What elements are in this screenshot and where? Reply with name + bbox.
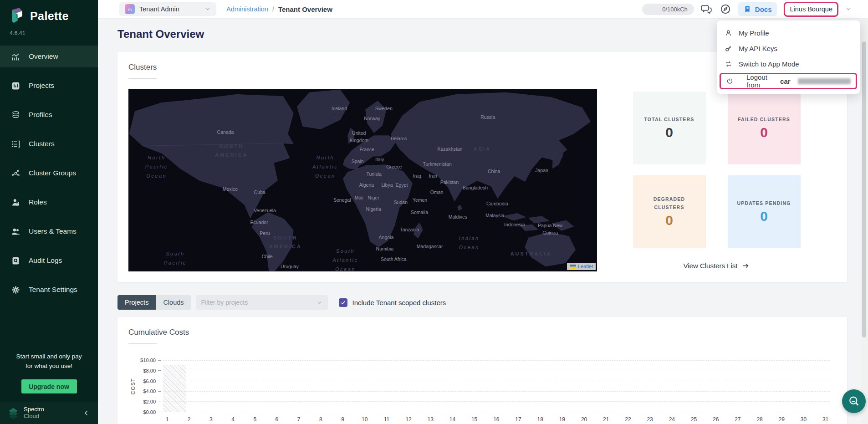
sidebar-item[interactable]: Overview	[0, 46, 98, 67]
compass-help-icon[interactable]	[720, 3, 731, 15]
book-icon	[744, 5, 751, 13]
scrollbar-track[interactable]	[861, 19, 868, 424]
user-menu-item[interactable]: Switch to App Mode	[717, 56, 860, 72]
user-menu-item[interactable]: My Profile	[717, 25, 860, 41]
docs-label: Docs	[755, 5, 772, 13]
leaflet-attribution[interactable]: Leaflet	[567, 263, 596, 270]
project-filter-select[interactable]: Filter by projects	[196, 295, 328, 310]
filter-row: Projects Clouds Filter by projects Inclu…	[117, 295, 847, 310]
gridline	[163, 360, 830, 361]
sidebar-item[interactable]: Users & Teams	[0, 220, 98, 242]
arrow-right-icon	[742, 262, 750, 270]
spectro-cloud-name: Spectro Cloud	[24, 406, 44, 420]
chat-icon[interactable]	[701, 3, 713, 15]
map-land-shapes	[128, 89, 597, 271]
world-map[interactable]: Iceland Sweden Norway Russia Canada Unit…	[128, 89, 597, 271]
tenant-scope-selector[interactable]: Tenant Admin	[119, 2, 216, 16]
sidebar-item[interactable]: Projects	[0, 75, 98, 97]
stat-card: DEGRADED CLUSTERS 0	[633, 175, 706, 248]
x-axis-tick: 15	[470, 416, 479, 423]
x-axis-tick: 26	[712, 416, 720, 423]
main-area: Tenant Admin Administration / Tenant Ove…	[98, 0, 868, 424]
spectro-cloud-logo	[7, 407, 19, 419]
leaflet-label: Leaflet	[578, 264, 593, 269]
sidebar-item[interactable]: Roles	[0, 191, 98, 213]
sidebar-nav: Overview Projects Profiles Clusters	[0, 46, 98, 301]
stat-label: UPDATES PENDING	[737, 199, 791, 208]
x-axis-tick: 1	[163, 416, 171, 423]
gridline	[163, 412, 830, 412]
chart-plot-area	[163, 360, 830, 412]
sidebar-item-label: Clusters	[29, 140, 55, 148]
sidebar-item-label: Projects	[29, 82, 54, 90]
x-axis-tick: 9	[339, 416, 347, 423]
sidebar-spacer	[0, 301, 98, 352]
gridline	[163, 371, 830, 371]
x-axis-tick: 8	[317, 416, 325, 423]
ukraine-flag-icon	[570, 265, 576, 269]
x-axis-tick: 22	[624, 416, 632, 423]
user-dropdown-menu: My Profile My API Keys Switch to App Mod…	[717, 20, 860, 94]
user-menu-button[interactable]: Linus Bourque	[784, 2, 838, 17]
sidebar-item[interactable]: Cluster Groups	[0, 162, 98, 184]
stat-card: UPDATES PENDING 0	[728, 175, 801, 248]
sidebar-collapse-icon[interactable]	[82, 409, 91, 417]
sidebar-item-label: Tenant Settings	[29, 286, 77, 294]
docs-button[interactable]: Docs	[738, 2, 777, 16]
upgrade-now-button[interactable]: Upgrade now	[21, 379, 77, 393]
breadcrumb-administration[interactable]: Administration	[226, 5, 268, 13]
menu-item-label: My API Keys	[739, 45, 777, 52]
costs-card-title: Cumulative Costs	[128, 328, 836, 337]
sidebar-item[interactable]: Clusters	[0, 133, 98, 155]
user-menu-item[interactable]: My API Keys	[717, 41, 860, 56]
sidebar-item-icon	[11, 52, 20, 61]
y-axis-tick-label: $6.00	[143, 378, 156, 384]
x-axis-tick: 21	[602, 416, 610, 423]
x-axis-tick: 17	[514, 416, 522, 423]
sidebar-item[interactable]: Tenant Settings	[0, 279, 98, 301]
stats-grid: TOTAL CLUSTERS 0 FAILED CLUSTERS 0	[633, 92, 801, 248]
select-chevron-down-icon	[317, 300, 322, 306]
tenant-scoped-checkbox[interactable]	[339, 298, 347, 307]
menu-item-prefix: Logout from	[746, 73, 774, 89]
x-axis-tick: 28	[756, 416, 764, 423]
sidebar-item[interactable]: Profiles	[0, 104, 98, 126]
x-axis-tick: 20	[580, 416, 588, 423]
sidebar-item-label: Overview	[29, 52, 58, 61]
view-clusters-list-label: View Clusters List	[684, 262, 738, 270]
scope-tab[interactable]: Projects	[117, 295, 156, 310]
y-axis-tick-label: $4.00	[143, 388, 156, 394]
user-chevron-down-icon[interactable]	[845, 6, 852, 12]
promo-line-1: Start small and only pay	[6, 352, 92, 362]
gridline	[163, 401, 830, 402]
sidebar: Palette 4.6.41 Overview Projects Profile…	[0, 0, 98, 424]
x-axis-tick: 18	[536, 416, 544, 423]
stat-value: 0	[665, 125, 673, 140]
x-axis-tick: 13	[426, 416, 434, 423]
menu-item-bold: car	[780, 77, 791, 85]
chart-hatched-placeholder	[163, 365, 186, 412]
scrollbar-thumb[interactable]	[862, 41, 866, 337]
x-axis-tick: 2	[185, 416, 193, 423]
cumulative-costs-card: Cumulative Costs COST $0.00	[117, 317, 847, 424]
gridline	[163, 381, 830, 381]
magnifier-smile-icon	[848, 395, 860, 408]
stat-value: 0	[665, 213, 673, 228]
x-axis-tick: 27	[734, 416, 742, 423]
user-menu-item[interactable]: Logout from car	[720, 73, 857, 89]
menu-item-icon	[725, 60, 732, 68]
sidebar-item-label: Roles	[29, 198, 47, 206]
sidebar-item[interactable]: Audit Logs	[0, 250, 98, 271]
support-search-fab[interactable]	[842, 389, 866, 413]
chevron-down-icon	[204, 6, 211, 12]
scope-tab[interactable]: Clouds	[156, 295, 191, 310]
app-version: 4.6.41	[0, 25, 98, 36]
x-axis-tick: 14	[448, 416, 456, 423]
tenant-scope-label: Tenant Admin	[139, 5, 179, 13]
view-clusters-list-link[interactable]: View Clusters List	[684, 262, 750, 270]
menu-item-icon	[725, 29, 732, 37]
tenant-scoped-checkbox-label: Include Tenant scoped clusters	[352, 299, 446, 307]
y-axis-tick-mark	[158, 402, 161, 402]
y-axis-tick-label: $10.00	[140, 358, 156, 363]
tenant-scoped-checkbox-wrap[interactable]: Include Tenant scoped clusters	[339, 298, 446, 307]
